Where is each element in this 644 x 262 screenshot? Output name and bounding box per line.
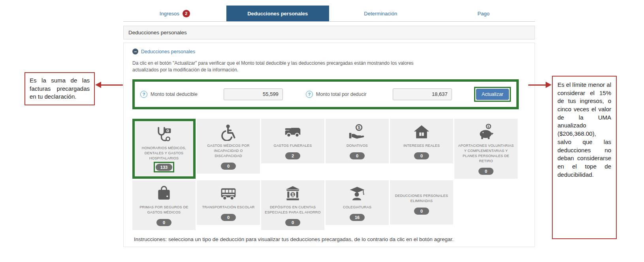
right-callout-note: Es el límite menor al considerar el 15% … xyxy=(552,76,617,239)
deduction-tiles-grid: HONORARIOS MÉDICOS, DENTALES Y GASTOS HO… xyxy=(132,119,526,230)
intro-text: Da clic en el botón "Actualizar" para ve… xyxy=(132,60,421,74)
arrowhead-right-icon xyxy=(546,82,552,88)
deduction-tile-label: INTERESES REALES xyxy=(403,143,440,148)
deduction-count-badge: 133 xyxy=(156,164,172,171)
left-callout-note: Es la suma de las facturas precargadas e… xyxy=(24,72,95,105)
deduction-tile[interactable]: PRIMAS POR SEGUROS DE GASTOS MÉDICOS 0 xyxy=(132,180,196,230)
tab-label: Deducciones personales xyxy=(247,11,308,17)
deduction-tile[interactable]: GASTOS FUNERALES 2 xyxy=(261,119,324,163)
deduction-tile[interactable]: $ DONATIVOS 0 xyxy=(326,119,389,163)
tab-label: Determinación xyxy=(364,11,397,17)
tab-bar: Ingresos 2 Deducciones personales Determ… xyxy=(123,6,535,22)
wheelchair-icon xyxy=(220,124,237,141)
deduction-tile-label: COLEGIATURAS xyxy=(343,205,371,210)
deduction-tile-label: TRANSPORTACIÓN ESCOLAR xyxy=(202,205,254,210)
deduction-tile[interactable]: $ APORTACIONES VOLUNTARIAS Y COMPLEMENTA… xyxy=(454,119,518,179)
tab-label: Ingresos xyxy=(160,11,179,17)
deduction-tile-label: HONORARIOS MÉDICOS, DENTALES Y GASTOS HO… xyxy=(138,146,190,161)
tab-label: Pago xyxy=(478,11,490,17)
deduction-count-badge: 0 xyxy=(156,219,171,226)
right-arrow xyxy=(528,82,552,88)
deduction-tile-label: GASTOS MÉDICOS POR INCAPACIDAD O DISCAPA… xyxy=(200,143,257,159)
piggy-bank-icon: $ xyxy=(477,124,495,141)
deduction-count-badge: 0 xyxy=(414,208,429,215)
actualizar-highlight-box: Actualizar xyxy=(474,87,511,102)
section-header[interactable]: − Deducciones personales xyxy=(132,49,526,54)
deduction-tile-label: APORTACIONES VOLUNTARIAS Y COMPLEMENTARI… xyxy=(458,143,514,164)
deduction-tile-label: DEPÓSITOS EN CUENTAS ESPECIALES PARA EL … xyxy=(264,205,321,215)
deductions-panel: − Deducciones personales Da clic en el b… xyxy=(123,43,535,247)
page-title: Deducciones personales xyxy=(128,30,187,36)
total-deducible-label: Monto total deducible xyxy=(151,92,198,97)
section-title-label: Deducciones personales xyxy=(141,49,195,54)
total-deducible-input[interactable] xyxy=(224,88,283,100)
tab-ingresos[interactable]: Ingresos 2 xyxy=(123,6,226,21)
deduction-tile[interactable]: HONORARIOS MÉDICOS, DENTALES Y GASTOS HO… xyxy=(132,119,196,179)
deduction-tile[interactable]: $ DEPÓSITOS EN CUENTAS ESPECIALES PARA E… xyxy=(261,180,324,230)
deduction-tile[interactable]: COLEGIATURAS 16 xyxy=(326,180,389,225)
hearse-icon xyxy=(284,124,301,141)
instructions-text: Instrucciones: selecciona un tipo de ded… xyxy=(134,236,521,243)
deduction-tile[interactable]: TRANSPORTACIÓN ESCOLAR 0 xyxy=(197,180,260,225)
bank-icon: $ xyxy=(284,185,301,202)
deduction-tile[interactable]: DEDUCCIONES PERSONALES ELIMINADAS 0 xyxy=(390,180,453,225)
school-bus-icon xyxy=(220,185,237,202)
deduction-tile-label: DONATIVOS xyxy=(346,143,368,148)
total-por-deducir-input[interactable] xyxy=(393,88,452,100)
donation-hand-icon: $ xyxy=(348,124,366,141)
deduction-count-badge: 0 xyxy=(414,152,429,159)
tab-pago[interactable]: Pago xyxy=(432,6,535,21)
deduction-count-badge: 0 xyxy=(478,168,493,175)
screenshot-canvas: Ingresos 2 Deducciones personales Determ… xyxy=(0,0,644,262)
tab-badge: 2 xyxy=(183,10,190,17)
tax-declaration-app: Ingresos 2 Deducciones personales Determ… xyxy=(123,6,535,247)
actualizar-button[interactable]: Actualizar xyxy=(476,89,509,100)
deduction-count-badge: 0 xyxy=(221,214,236,221)
totals-row-highlight: ? Monto total deducible ? Monto total po… xyxy=(132,79,519,109)
total-por-deducir-label: Monto total por deducir xyxy=(316,92,367,97)
page-title-bar: Deducciones personales xyxy=(123,26,535,39)
stethoscope-icon xyxy=(155,126,173,143)
deduction-count-badge: 0 xyxy=(285,219,300,226)
deduction-count-badge: 16 xyxy=(350,214,365,221)
deduction-count-badge: 0 xyxy=(221,163,236,170)
tab-deducciones-personales[interactable]: Deducciones personales xyxy=(226,6,330,21)
deduction-count-badge: 0 xyxy=(350,152,365,159)
help-icon[interactable]: ? xyxy=(140,91,147,98)
deduction-tile[interactable]: INTERESES REALES 0 xyxy=(390,119,453,163)
deduction-tile-label: DEDUCCIONES PERSONALES ELIMINADAS xyxy=(393,193,450,204)
deduction-tile[interactable]: GASTOS MÉDICOS POR INCAPACIDAD O DISCAPA… xyxy=(197,119,260,174)
help-icon[interactable]: ? xyxy=(306,91,313,98)
svg-text:$: $ xyxy=(358,125,360,130)
tab-determinaci-n[interactable]: Determinación xyxy=(329,6,432,21)
deduction-tile-label: PRIMAS POR SEGUROS DE GASTOS MÉDICOS xyxy=(136,205,192,215)
collapse-minus-icon[interactable]: − xyxy=(132,49,138,54)
house-icon xyxy=(413,124,430,141)
left-arrow xyxy=(95,82,124,88)
medical-bag-icon xyxy=(155,185,173,202)
deduction-count-badge: 2 xyxy=(285,152,300,159)
svg-text:$: $ xyxy=(488,125,490,129)
svg-text:$: $ xyxy=(292,192,294,196)
deduction-tile-label: GASTOS FUNERALES xyxy=(273,143,312,148)
graduate-icon xyxy=(348,185,366,202)
